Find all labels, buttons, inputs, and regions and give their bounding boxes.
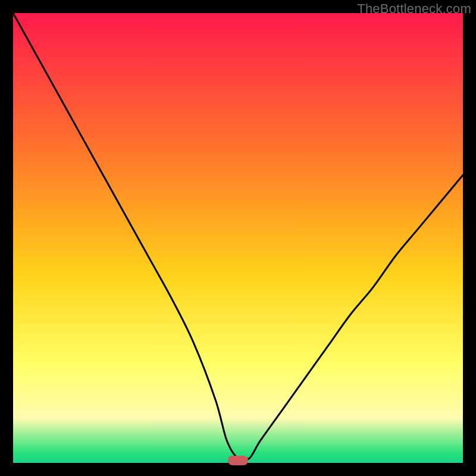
bottleneck-curve [13,13,463,463]
plot-area [13,13,463,463]
watermark-text: TheBottleneck.com [357,1,471,17]
chart-frame: TheBottleneck.com [0,0,476,476]
optimal-point-marker [228,456,248,465]
